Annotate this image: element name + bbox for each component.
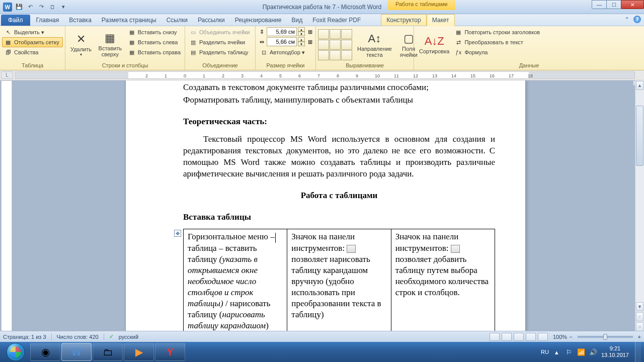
network-icon[interactable]: 📶	[577, 348, 585, 356]
table-cell-1[interactable]: Горизонтальное меню – таблица – вставить…	[184, 229, 287, 334]
fullscreen-view[interactable]	[502, 333, 512, 341]
align-mr[interactable]	[341, 40, 352, 50]
height-up[interactable]: ▲	[298, 27, 305, 32]
zoom-out-button[interactable]: −	[569, 334, 572, 340]
vertical-ruler[interactable]	[1, 80, 12, 342]
ribbon-tabs: Файл Главная Вставка Разметка страницы С…	[0, 14, 644, 26]
qat-more-icon[interactable]: ▾	[59, 3, 67, 11]
tray-language[interactable]: RU	[541, 349, 549, 355]
tab-foxit[interactable]: Foxit Reader PDF	[307, 15, 366, 26]
align-br[interactable]	[341, 50, 352, 60]
align-bl[interactable]	[318, 50, 329, 60]
tab-review[interactable]: Рецензирование	[230, 15, 287, 26]
align-tr[interactable]	[341, 29, 352, 39]
document-table[interactable]: Горизонтальное меню – таблица – вставить…	[183, 229, 495, 334]
distribute-cols-icon[interactable]: ⊞	[306, 38, 314, 46]
taskbar-chrome[interactable]: ◉	[30, 343, 60, 361]
outline-view[interactable]	[526, 333, 536, 341]
taskbar-word[interactable]: W	[61, 343, 92, 361]
document-page[interactable]: Создавать в текстовом документе таблицы …	[125, 80, 526, 342]
table-cell-3[interactable]: Значок на панели инструментов: позволяет…	[391, 229, 495, 334]
status-language[interactable]: русский	[119, 334, 138, 340]
tab-table-design[interactable]: Конструктор	[381, 14, 426, 26]
select-button[interactable]: ↖Выделить ▾	[2, 27, 63, 37]
tab-view[interactable]: Вид	[286, 15, 307, 26]
undo-icon[interactable]: ↶	[26, 3, 34, 11]
start-button[interactable]	[2, 342, 29, 361]
prev-page-icon[interactable]: ◦	[636, 312, 643, 321]
split-table-button[interactable]: ▤Разделить таблицу	[187, 47, 252, 57]
autofit-button[interactable]: ⊡Автоподбор ▾	[258, 47, 314, 57]
group-label-alignment: Выравнивание	[318, 62, 412, 69]
proofing-icon[interactable]: ✓	[109, 333, 114, 340]
minimize-button[interactable]: —	[592, 0, 607, 9]
formula-button[interactable]: ƒxФормула	[452, 47, 542, 57]
col-width-input[interactable]: 5,66 см	[267, 37, 297, 46]
table-cell-2[interactable]: Значок на панели инструментов: позволяет…	[287, 229, 391, 334]
horizontal-ruler[interactable]: 210123456789101112131415161718	[15, 71, 635, 79]
zoom-in-button[interactable]: +	[638, 334, 641, 340]
convert-text-button[interactable]: ⇄Преобразовать в текст	[452, 37, 542, 47]
close-button[interactable]: ✕	[621, 0, 644, 9]
row-height-input[interactable]: 5,69 см	[267, 27, 297, 36]
status-words[interactable]: Число слов: 420	[57, 334, 99, 340]
split-cells-button[interactable]: ▥Разделить ячейки	[187, 37, 252, 47]
taskbar-yandex[interactable]: Y	[155, 343, 185, 361]
show-desktop-button[interactable]	[635, 342, 641, 362]
height-down[interactable]: ▼	[298, 32, 305, 36]
tab-page-layout[interactable]: Разметка страницы	[97, 15, 162, 26]
align-tc[interactable]	[330, 29, 341, 39]
save-icon[interactable]: 💾	[15, 3, 23, 11]
maximize-button[interactable]: ☐	[606, 0, 621, 9]
zoom-level[interactable]: 100%	[553, 334, 567, 340]
browse-object-icon[interactable]: ○	[636, 322, 643, 331]
scroll-thumb[interactable]	[636, 106, 643, 166]
tab-home[interactable]: Главная	[31, 15, 64, 26]
vertical-scrollbar[interactable]: ▲ ▼ ◦ ○ ◦	[635, 80, 644, 342]
tab-file[interactable]: Файл	[1, 15, 30, 26]
text-direction-button[interactable]: A↕Направление текста	[354, 28, 395, 62]
tab-mailings[interactable]: Рассылки	[193, 15, 230, 26]
insert-below-button[interactable]: ▦Вставить снизу	[126, 27, 183, 37]
width-down[interactable]: ▼	[298, 42, 305, 46]
width-up[interactable]: ▲	[298, 37, 305, 42]
tray-clock[interactable]: 9:2113.10.2017	[601, 345, 629, 358]
align-mc[interactable]	[330, 40, 341, 50]
properties-button[interactable]: 🗐Свойства	[2, 47, 63, 57]
align-ml[interactable]	[318, 40, 329, 50]
view-gridlines-button[interactable]: ▦Отобразить сетку	[2, 37, 63, 47]
minimize-ribbon-icon[interactable]: ⌃	[624, 16, 629, 23]
taskbar-explorer[interactable]: 🗀	[93, 343, 123, 361]
scroll-down-icon[interactable]: ▼	[636, 302, 643, 311]
sort-button[interactable]: A↓ZСортировка	[416, 27, 452, 61]
redo-icon[interactable]: ↷	[37, 3, 45, 11]
tab-insert[interactable]: Вставка	[64, 15, 97, 26]
scroll-up-icon[interactable]: ▲	[636, 81, 643, 90]
tab-references[interactable]: Ссылки	[162, 15, 193, 26]
sort-icon: A↓Z	[425, 34, 444, 48]
help-icon[interactable]: ?	[633, 16, 641, 23]
align-tl[interactable]	[318, 29, 329, 39]
distribute-rows-icon[interactable]: ⊞	[306, 28, 314, 36]
repeat-header-button[interactable]: ▦Повторить строки заголовков	[452, 27, 542, 37]
insert-above-button[interactable]: ▦Вставить сверху	[95, 27, 126, 61]
tab-table-layout[interactable]: Макет	[427, 14, 455, 26]
web-layout-view[interactable]	[514, 333, 524, 341]
zoom-slider[interactable]	[578, 336, 633, 338]
taskbar-media[interactable]: ▶	[124, 343, 154, 361]
print-layout-view[interactable]	[490, 333, 500, 341]
draft-view[interactable]	[538, 333, 548, 341]
delete-button[interactable]: ✕Удалить▾	[67, 27, 95, 61]
flag-icon[interactable]: ⚐	[565, 348, 573, 356]
status-page[interactable]: Страница: 1 из 3	[3, 334, 46, 340]
tab-selector[interactable]: L	[1, 71, 13, 79]
alignment-grid[interactable]	[318, 29, 352, 60]
new-doc-icon[interactable]: 🗋	[48, 3, 56, 11]
tray-hidden-icons[interactable]: ▴	[553, 348, 561, 356]
align-bc[interactable]	[330, 50, 341, 60]
table-move-handle[interactable]: ✥	[174, 230, 181, 237]
insert-left-button[interactable]: ▦Вставить слева	[126, 37, 183, 47]
volume-icon[interactable]: 🔊	[589, 348, 597, 356]
word-app-icon[interactable]: W	[3, 3, 12, 12]
insert-right-button[interactable]: ▦Вставить справа	[126, 47, 183, 57]
